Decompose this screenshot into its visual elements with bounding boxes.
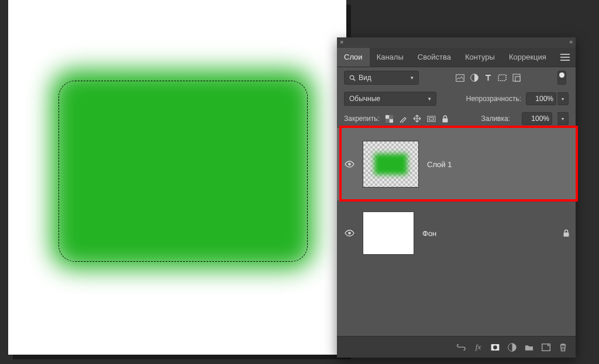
svg-rect-15 <box>564 233 569 237</box>
filter-label: Вид <box>359 74 371 82</box>
svg-rect-9 <box>385 119 390 123</box>
filter-adjust-icon[interactable] <box>470 74 478 82</box>
panel-menu-icon[interactable] <box>555 54 576 61</box>
svg-rect-7 <box>389 119 393 123</box>
filter-pixel-icon[interactable] <box>456 74 464 82</box>
lock-all-icon[interactable] <box>441 115 450 123</box>
lock-label: Закрепить: <box>344 115 380 123</box>
lock-artboard-icon[interactable] <box>427 115 436 123</box>
opacity-stepper[interactable]: ▾ <box>557 92 569 105</box>
layer-name[interactable]: Фон <box>422 229 555 238</box>
fill-input[interactable]: 100% <box>522 112 552 125</box>
layer-row[interactable]: Фон <box>337 200 576 266</box>
chevron-down-icon: ▾ <box>428 96 431 102</box>
layer-thumbnail[interactable] <box>363 212 414 255</box>
new-adjustment-icon[interactable] <box>508 343 517 352</box>
app-stage: × « Слои Каналы Свойства Контуры Коррекц… <box>0 0 599 364</box>
svg-point-0 <box>350 75 354 79</box>
svg-point-13 <box>348 163 351 166</box>
svg-point-17 <box>493 345 497 349</box>
svg-rect-5 <box>515 77 520 81</box>
lock-position-icon[interactable] <box>413 115 422 123</box>
filter-type-text-icon[interactable] <box>484 74 493 82</box>
delete-layer-icon[interactable] <box>559 343 567 352</box>
panel-tabs: Слои Каналы Свойства Контуры Коррекция <box>337 48 576 67</box>
link-layers-icon[interactable] <box>457 343 466 352</box>
svg-point-14 <box>348 232 351 235</box>
green-rect <box>51 70 314 269</box>
tab-adjustments[interactable]: Коррекция <box>502 48 553 67</box>
add-mask-icon[interactable] <box>491 343 500 352</box>
search-icon <box>349 75 356 81</box>
tab-properties[interactable]: Свойства <box>411 48 458 67</box>
svg-rect-6 <box>385 115 390 119</box>
svg-rect-8 <box>389 115 393 119</box>
opacity-input[interactable]: 100% <box>526 92 556 105</box>
layer-row[interactable]: Слой 1 <box>337 128 576 200</box>
close-panel-icon[interactable]: × <box>340 39 343 46</box>
layer-name[interactable]: Слой 1 <box>427 160 570 169</box>
svg-rect-11 <box>429 117 433 120</box>
new-layer-icon[interactable] <box>542 343 550 352</box>
layers-panel: × « Слои Каналы Свойства Контуры Коррекц… <box>337 37 576 358</box>
visibility-toggle-icon[interactable] <box>344 228 354 238</box>
lock-pixels-icon[interactable] <box>399 115 408 123</box>
fx-icon[interactable]: fx <box>474 343 483 352</box>
collapse-panel-icon[interactable]: « <box>569 39 573 45</box>
layer-thumbnail[interactable] <box>363 141 419 188</box>
layer-filter-dropdown[interactable]: Вид ▾ <box>344 71 419 85</box>
panel-titlebar[interactable]: × « <box>337 37 576 48</box>
fill-stepper[interactable]: ▾ <box>557 112 569 125</box>
lock-icon[interactable] <box>563 229 570 237</box>
document-canvas[interactable] <box>8 0 346 355</box>
fill-label: Заливка: <box>481 115 510 123</box>
new-group-icon[interactable] <box>525 343 533 352</box>
svg-rect-3 <box>498 75 506 81</box>
layer-list: Слой 1 Фон <box>337 128 576 266</box>
filter-row: Вид ▾ <box>337 67 576 88</box>
tab-layers[interactable]: Слои <box>337 48 370 67</box>
tab-paths[interactable]: Контуры <box>458 48 502 67</box>
svg-rect-19 <box>542 344 550 351</box>
svg-rect-12 <box>443 118 448 122</box>
filter-shape-icon[interactable] <box>498 74 507 82</box>
blend-row: Обычные ▾ Непрозрачность: 100% ▾ <box>337 88 576 109</box>
tab-channels[interactable]: Каналы <box>370 48 411 67</box>
blend-mode-value: Обычные <box>349 95 380 103</box>
chevron-down-icon: ▾ <box>411 75 414 81</box>
svg-rect-10 <box>428 116 435 122</box>
lock-transparency-icon[interactable] <box>385 115 394 123</box>
opacity-label: Непрозрачность: <box>466 95 521 103</box>
filter-toggle[interactable] <box>557 71 566 85</box>
blend-mode-dropdown[interactable]: Обычные ▾ <box>344 92 436 106</box>
visibility-toggle-icon[interactable] <box>344 159 354 169</box>
filter-smart-icon[interactable] <box>512 74 521 82</box>
lock-row: Закрепить: Заливка: 100% ▾ <box>337 109 576 128</box>
panel-footer: fx <box>337 336 576 358</box>
filter-type-icons <box>456 74 521 82</box>
